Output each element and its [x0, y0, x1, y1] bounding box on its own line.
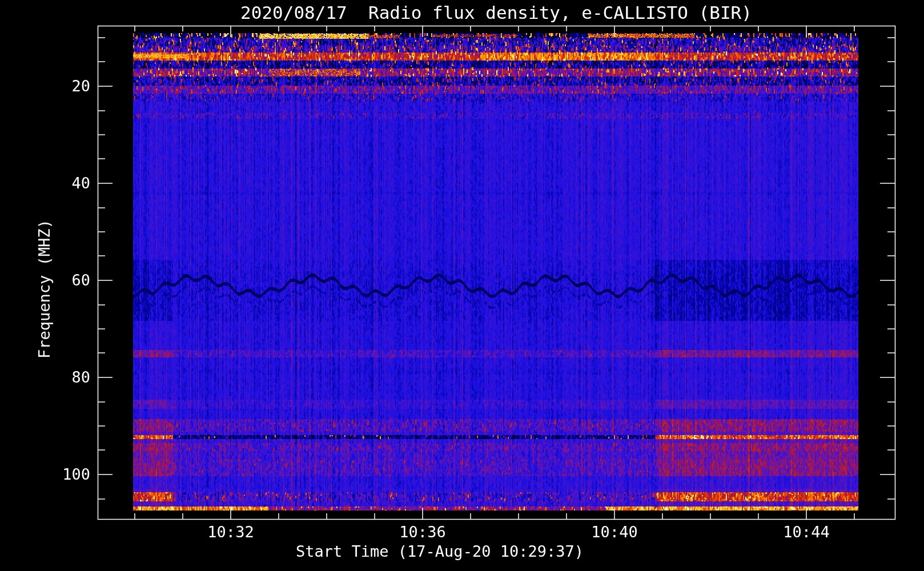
x-axis-title: Start Time (17-Aug-20 10:29:37)	[240, 542, 640, 561]
spectrogram-canvas	[0, 0, 924, 571]
y-tick-label: 40	[34, 174, 90, 192]
x-tick-label: 10:36	[383, 523, 463, 541]
x-tick-label: 10:44	[766, 523, 846, 541]
chart-title: 2020/08/17 Radio flux density, e-CALLIST…	[98, 2, 895, 23]
y-tick-label: 20	[34, 77, 90, 95]
callisto-spectrogram-page: 2020/08/17 Radio flux density, e-CALLIST…	[0, 0, 924, 571]
x-tick-label: 10:40	[575, 523, 654, 541]
y-tick-label: 100	[34, 465, 90, 484]
y-tick-label: 60	[34, 271, 90, 289]
y-tick-label: 80	[34, 368, 90, 387]
x-tick-label: 10:32	[191, 523, 271, 541]
